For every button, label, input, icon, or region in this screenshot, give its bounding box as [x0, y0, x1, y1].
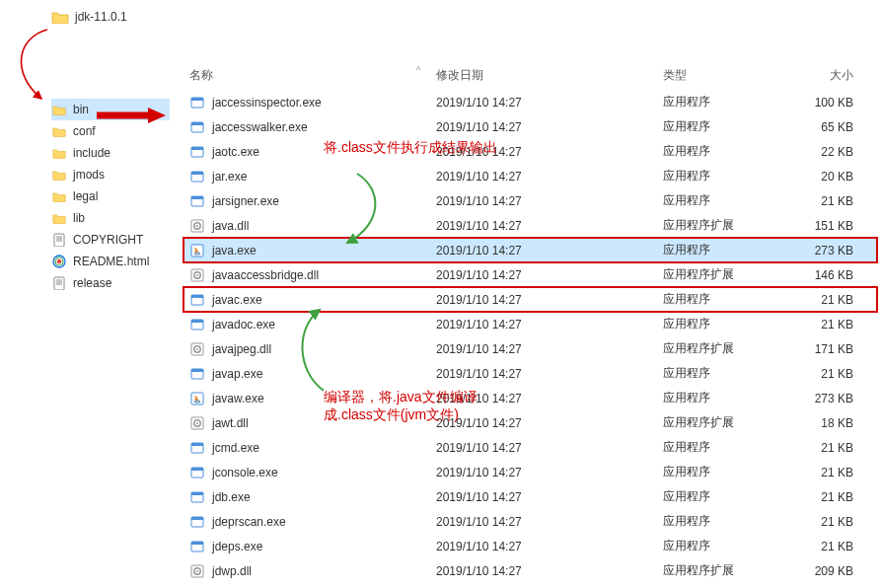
file-row[interactable]: jdeps.exe2019/1/10 14:27应用程序21 KB [184, 534, 877, 558]
file-row[interactable]: jdeprscan.exe2019/1/10 14:27应用程序21 KB [184, 509, 877, 534]
text-icon [51, 232, 67, 248]
file-row[interactable]: java.exe2019/1/10 14:27应用程序273 KB [184, 238, 877, 262]
tree-item-label: bin [73, 103, 89, 116]
file-name: jdwp.dll [212, 564, 252, 578]
header-type[interactable]: 类型 [663, 67, 811, 84]
file-date: 2019/1/10 14:27 [436, 268, 663, 282]
file-date: 2019/1/10 14:27 [436, 293, 663, 307]
file-row[interactable]: javap.exe2019/1/10 14:27应用程序21 KB [184, 361, 877, 386]
file-row[interactable]: jaotc.exe2019/1/10 14:27应用程序22 KB [184, 139, 877, 164]
header-name[interactable]: 名称 [184, 67, 436, 84]
file-row[interactable]: jaccessinspector.exe2019/1/10 14:27应用程序1… [184, 90, 877, 114]
file-type: 应用程序扩展 [663, 217, 811, 234]
file-row[interactable]: javadoc.exe2019/1/10 14:27应用程序21 KB [184, 312, 877, 336]
tree-item-label: conf [73, 124, 96, 138]
file-type: 应用程序 [663, 488, 811, 505]
file-date: 2019/1/10 14:27 [436, 120, 663, 134]
exe-icon [189, 193, 205, 209]
dll-icon [189, 563, 205, 579]
file-size: 21 KB [811, 318, 877, 331]
exe-icon [189, 119, 205, 135]
file-name: java.exe [212, 244, 257, 257]
exe-icon [189, 169, 205, 184]
file-date: 2019/1/10 14:27 [436, 170, 663, 184]
file-date: 2019/1/10 14:27 [436, 367, 663, 381]
file-type: 应用程序 [663, 168, 811, 184]
file-name: jaccessinspector.exe [212, 96, 322, 110]
file-size: 209 KB [811, 564, 877, 578]
file-date: 2019/1/10 14:27 [436, 194, 663, 208]
file-name: jcmd.exe [212, 441, 259, 455]
file-name: jconsole.exe [212, 466, 278, 479]
java-icon [189, 243, 205, 258]
file-size: 21 KB [811, 194, 877, 208]
exe-icon [189, 95, 205, 110]
file-row[interactable]: jconsole.exe2019/1/10 14:27应用程序21 KB [184, 460, 877, 484]
file-row[interactable]: jaccesswalker.exe2019/1/10 14:27应用程序65 K… [184, 114, 877, 139]
file-date: 2019/1/10 14:27 [436, 96, 663, 110]
file-type: 应用程序 [663, 513, 811, 530]
tree-item-release[interactable]: release [51, 272, 170, 294]
file-type: 应用程序扩展 [663, 340, 811, 357]
file-type: 应用程序 [663, 439, 811, 456]
folder-icon [51, 10, 69, 24]
file-row[interactable]: javaw.exe2019/1/10 14:27应用程序273 KB [184, 386, 877, 410]
tree-item-lib[interactable]: lib [51, 207, 170, 229]
file-date: 2019/1/10 14:27 [436, 466, 663, 479]
dll-icon [189, 415, 205, 431]
arrow-bin-to-files [97, 107, 168, 124]
file-type: 应用程序 [663, 538, 811, 554]
file-row[interactable]: javaaccessbridge.dll2019/1/10 14:27应用程序扩… [184, 262, 877, 287]
file-date: 2019/1/10 14:27 [436, 219, 663, 233]
file-size: 20 KB [811, 170, 877, 184]
file-date: 2019/1/10 14:27 [436, 490, 663, 504]
folder-tree: binconfincludejmodslegallibCOPYRIGHTREAD… [51, 99, 170, 294]
exe-icon [189, 317, 205, 332]
file-date: 2019/1/10 14:27 [436, 441, 663, 455]
arrow-annot-to-javac [290, 306, 339, 395]
file-row[interactable]: javac.exe2019/1/10 14:27应用程序21 KB [184, 287, 877, 312]
dll-icon [189, 267, 205, 283]
tree-item-label: lib [73, 211, 85, 225]
file-type: 应用程序扩展 [663, 266, 811, 283]
tree-item-copyright[interactable]: COPYRIGHT [51, 229, 170, 251]
tree-item-jmods[interactable]: jmods [51, 164, 170, 185]
exe-icon [189, 539, 205, 554]
file-size: 21 KB [811, 441, 877, 455]
file-name: jdb.exe [212, 490, 251, 504]
tree-item-label: legal [73, 189, 98, 203]
dll-icon [189, 341, 205, 357]
folder-icon [51, 123, 67, 139]
file-date: 2019/1/10 14:27 [436, 564, 663, 578]
file-type: 应用程序 [663, 143, 811, 160]
file-size: 21 KB [811, 293, 877, 307]
file-type: 应用程序 [663, 316, 811, 332]
file-row[interactable]: javajpeg.dll2019/1/10 14:27应用程序扩展171 KB [184, 336, 877, 361]
file-date: 2019/1/10 14:27 [436, 244, 663, 257]
root-folder[interactable]: jdk-11.0.1 [51, 10, 127, 24]
column-headers[interactable]: ^ 名称 修改日期 类型 大小 [184, 63, 877, 90]
file-type: 应用程序 [663, 118, 811, 135]
file-row[interactable]: jcmd.exe2019/1/10 14:27应用程序21 KB [184, 435, 877, 460]
file-row[interactable]: jdwp.dll2019/1/10 14:27应用程序扩展209 KB [184, 558, 877, 583]
tree-item-label: COPYRIGHT [73, 233, 143, 247]
exe-icon [189, 144, 205, 160]
file-row[interactable]: java.dll2019/1/10 14:27应用程序扩展151 KB [184, 213, 877, 238]
file-row[interactable]: jawt.dll2019/1/10 14:27应用程序扩展18 KB [184, 410, 877, 435]
tree-item-readme-html[interactable]: README.html [51, 251, 170, 272]
file-name: javap.exe [212, 367, 262, 381]
tree-item-include[interactable]: include [51, 142, 170, 164]
file-date: 2019/1/10 14:27 [436, 540, 663, 553]
tree-item-label: include [73, 146, 110, 160]
sort-indicator-icon: ^ [416, 65, 420, 75]
file-row[interactable]: jdb.exe2019/1/10 14:27应用程序21 KB [184, 484, 877, 509]
header-date[interactable]: 修改日期 [436, 67, 663, 84]
exe-icon [189, 465, 205, 480]
exe-icon [189, 489, 205, 505]
header-size[interactable]: 大小 [811, 67, 877, 84]
file-row[interactable]: jarsigner.exe2019/1/10 14:27应用程序21 KB [184, 188, 877, 213]
file-row[interactable]: jar.exe2019/1/10 14:27应用程序20 KB [184, 164, 877, 188]
tree-item-legal[interactable]: legal [51, 185, 170, 207]
text-icon [51, 275, 67, 291]
file-type: 应用程序 [663, 291, 811, 308]
